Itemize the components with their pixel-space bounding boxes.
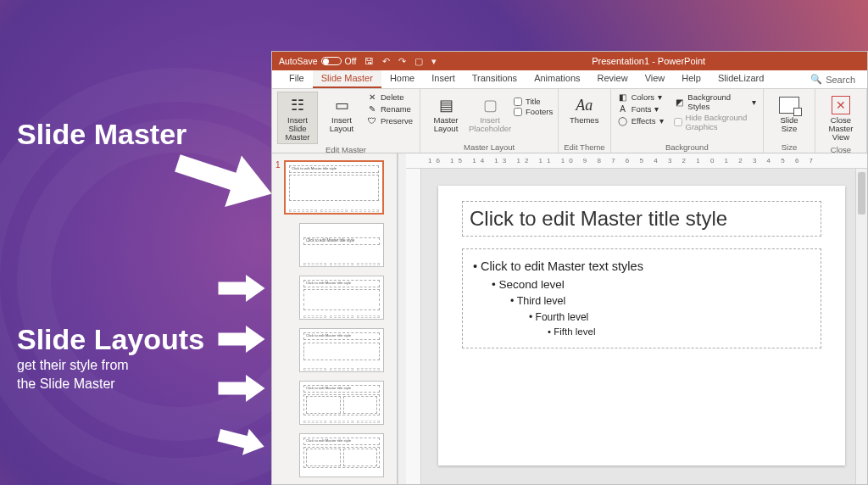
tab-help[interactable]: Help <box>673 70 709 88</box>
ribbon-tabs: File Slide Master Home Insert Transition… <box>272 70 867 89</box>
body-level-1: Click to edit Master text styles <box>473 258 810 276</box>
thumbnail-layout-5[interactable]: Click to edit Master title style <box>299 433 384 477</box>
ribbon-group-edit-theme: Aa Themes Edit Theme <box>559 89 610 153</box>
body-level-2: Second level <box>473 276 810 293</box>
delete-button[interactable]: ✕Delete <box>365 92 415 103</box>
thumb-title-ph: Click to edit Master title style <box>303 237 380 245</box>
thumbnail-layout-1[interactable]: Click to edit Master title style <box>299 223 384 267</box>
themes-button[interactable]: Aa Themes <box>564 92 604 127</box>
hide-bg-checkbox[interactable]: Hide Background Graphics <box>674 113 758 131</box>
callout-layouts-sub1: get their style from <box>17 357 204 374</box>
tab-slidelizard[interactable]: SlideLizard <box>709 70 772 88</box>
arrow-to-master <box>161 127 288 230</box>
quick-access-toolbar: 🖫 ↶ ↷ ▢ ▾ <box>364 56 437 67</box>
insert-slide-master-label: Insert Slide Master <box>281 116 314 142</box>
ribbon-group-master-layout: ▤ Master Layout ▢ Insert Placeholder Tit… <box>420 89 559 153</box>
title-placeholder[interactable]: Click to edit Master title style <box>462 201 821 237</box>
thumb-footer-ph <box>303 263 380 265</box>
powerpoint-window: AutoSave Off 🖫 ↶ ↷ ▢ ▾ Presentation1 - P… <box>271 51 868 485</box>
bg-styles-button[interactable]: ◩Background Styles ▾ <box>674 92 758 112</box>
thumb-title-ph: Click to edit Master title style <box>289 165 379 173</box>
thumb-body-ph <box>303 289 380 310</box>
insert-layout-button[interactable]: ▭ Insert Layout <box>321 92 362 136</box>
effects-label: Effects <box>632 116 656 125</box>
hide-bg-label: Hide Background Graphics <box>686 113 758 131</box>
master-slide[interactable]: Click to edit Master title style Click t… <box>438 186 845 465</box>
thumb-two-col-ph <box>303 447 380 468</box>
colors-label: Colors <box>632 92 654 102</box>
master-layout-button[interactable]: ▤ Master Layout <box>426 92 466 136</box>
workspace: 1 Click to edit Master title style Click… <box>272 153 867 484</box>
tab-home[interactable]: Home <box>381 70 423 88</box>
slide-size-label: Slide Size <box>773 116 805 133</box>
tab-slide-master[interactable]: Slide Master <box>313 70 381 88</box>
group-label-background: Background <box>616 142 758 152</box>
tab-transitions[interactable]: Transitions <box>464 70 526 88</box>
ribbon-group-edit-master: ☷ Insert Slide Master ▭ Insert Layout ✕D… <box>272 89 420 153</box>
vertical-ruler <box>406 169 421 484</box>
slide-size-icon <box>777 94 801 116</box>
insert-placeholder-label: Insert Placeholder <box>469 116 511 133</box>
thumbnail-layout-2[interactable]: Click to edit Master title style <box>299 276 384 320</box>
close-master-label: Close Master View <box>825 116 857 142</box>
search-box[interactable]: 🔍 Search <box>810 70 867 88</box>
bg-styles-label: Background Styles <box>687 92 748 111</box>
group-label-master-layout: Master Layout <box>426 142 553 152</box>
footers-checkbox[interactable]: Footers <box>514 107 553 116</box>
insert-slide-master-button[interactable]: ☷ Insert Slide Master <box>277 92 318 144</box>
undo-icon[interactable]: ↶ <box>382 56 390 67</box>
fonts-label: Fonts <box>632 104 652 114</box>
preserve-label: Preserve <box>381 116 413 125</box>
qat-customize-icon[interactable]: ▾ <box>431 56 437 67</box>
thumbnails-scrollbar[interactable] <box>398 153 406 484</box>
body-level-4: Fourth level <box>473 309 810 325</box>
editor-area: 16 15 14 13 12 11 10 9 8 7 6 5 4 3 2 1 0… <box>406 153 867 484</box>
thumb-title-ph: Click to edit Master title style <box>303 438 380 445</box>
bg-styles-icon: ◩ <box>676 98 685 107</box>
thumb-title-ph: Click to edit Master title style <box>303 385 380 393</box>
title-checkbox[interactable]: Title <box>514 97 553 106</box>
tab-file[interactable]: File <box>281 70 313 88</box>
effects-button[interactable]: ◯Effects ▾ <box>616 115 665 126</box>
autosave-state: Off <box>345 56 357 66</box>
insert-layout-label: Insert Layout <box>326 116 358 133</box>
scrollbar-handle[interactable] <box>858 172 865 215</box>
save-icon[interactable]: 🖫 <box>364 56 374 66</box>
tab-insert[interactable]: Insert <box>423 70 464 88</box>
rename-icon: ✎ <box>367 104 377 114</box>
body-level-5: Fifth level <box>473 325 810 339</box>
colors-icon: ◧ <box>618 92 628 102</box>
insert-placeholder-button[interactable]: ▢ Insert Placeholder <box>470 92 510 136</box>
close-master-view-button[interactable]: ✕ Close Master View <box>821 92 861 144</box>
tab-view[interactable]: View <box>637 70 674 88</box>
tab-animations[interactable]: Animations <box>526 70 588 88</box>
thumb-body-ph <box>289 175 379 201</box>
arrow-to-layout-2 <box>212 322 271 356</box>
delete-icon: ✕ <box>367 92 377 102</box>
colors-button[interactable]: ◧Colors ▾ <box>616 92 665 103</box>
tab-review[interactable]: Review <box>589 70 637 88</box>
fonts-icon: A <box>618 104 628 114</box>
preserve-button[interactable]: 🛡Preserve <box>365 115 415 126</box>
thumbnail-slide-master[interactable]: Click to edit Master title style <box>284 160 384 215</box>
footers-check-label: Footers <box>526 107 553 116</box>
autosave-toggle[interactable]: AutoSave Off <box>279 56 356 66</box>
thumbnail-layout-3[interactable]: Click to edit Master title style <box>299 328 384 372</box>
slide-size-button[interactable]: Slide Size <box>769 92 810 136</box>
redo-icon[interactable]: ↷ <box>398 56 406 67</box>
master-layout-icon: ▤ <box>434 94 458 116</box>
close-icon: ✕ <box>829 94 853 116</box>
rename-button[interactable]: ✎Rename <box>365 103 415 114</box>
ribbon: ☷ Insert Slide Master ▭ Insert Layout ✕D… <box>272 89 867 153</box>
horizontal-ruler: 16 15 14 13 12 11 10 9 8 7 6 5 4 3 2 1 0… <box>406 153 867 169</box>
placeholder-icon: ▢ <box>478 94 502 116</box>
editor-scrollbar[interactable] <box>855 169 867 484</box>
thumb-footer-ph <box>303 315 380 318</box>
thumbnail-layout-4[interactable]: Click to edit Master title style <box>299 381 384 425</box>
ribbon-group-close: ✕ Close Master View Close <box>815 89 867 153</box>
fonts-button[interactable]: AFonts ▾ <box>616 103 665 114</box>
body-placeholder[interactable]: Click to edit Master text styles Second … <box>462 248 821 348</box>
present-icon[interactable]: ▢ <box>415 56 423 67</box>
title-check-label: Title <box>526 97 541 106</box>
search-label: Search <box>826 75 855 85</box>
